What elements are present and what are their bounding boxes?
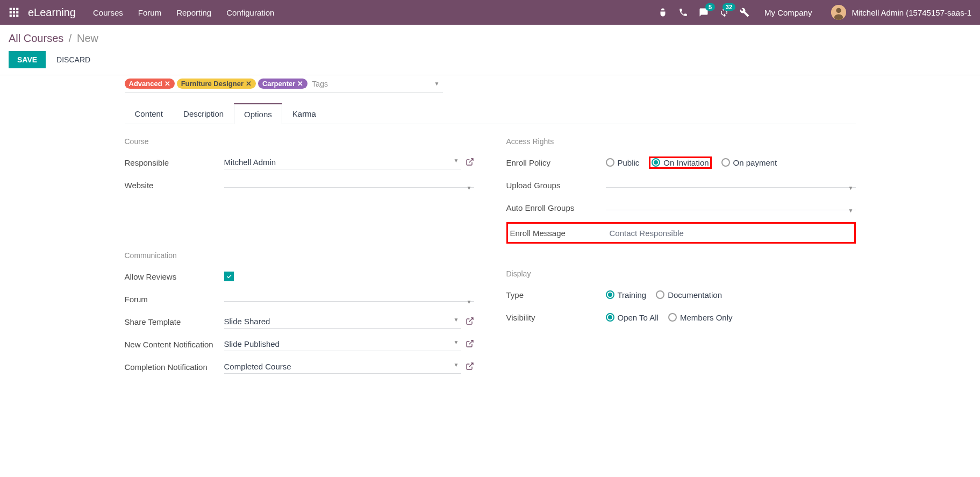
radio-icon (668, 313, 677, 322)
highlight-enroll-message: Enroll Message Contact Responsible (506, 222, 856, 244)
radio-on-payment[interactable]: On payment (721, 158, 777, 167)
website-label: Website (125, 181, 224, 190)
options-form: Course Responsible Mitchell Admin ▼ Webs… (125, 137, 856, 381)
svg-rect-6 (10, 15, 12, 17)
svg-rect-4 (13, 11, 15, 13)
enroll-message-value[interactable]: Contact Responsible (610, 229, 684, 238)
chevron-down-icon: ▼ (467, 299, 472, 305)
radio-label: Open To All (618, 313, 659, 322)
external-link-icon[interactable] (466, 339, 474, 350)
share-template-label: Share Template (125, 317, 224, 326)
chevron-down-icon[interactable]: ▼ (434, 81, 440, 87)
website-input[interactable]: ▼ (224, 183, 474, 188)
tools-icon[interactable] (740, 8, 749, 17)
nav-reporting[interactable]: Reporting (176, 8, 211, 17)
responsible-input[interactable]: Mitchell Admin ▼ (224, 155, 461, 169)
upload-groups-input[interactable]: ▼ (606, 183, 856, 188)
forum-row: Forum ▼ (125, 291, 474, 307)
upload-groups-label: Upload Groups (506, 181, 606, 190)
tab-content[interactable]: Content (125, 103, 174, 124)
breadcrumb-current: New (77, 32, 98, 44)
radio-label: Documentation (668, 290, 722, 300)
tab-options[interactable]: Options (234, 103, 282, 124)
radio-public[interactable]: Public (606, 158, 640, 167)
external-link-icon[interactable] (466, 317, 474, 327)
activities-icon[interactable]: 32 (719, 8, 729, 17)
chevron-down-icon: ▼ (467, 185, 472, 191)
enroll-message-label: Enroll Message (510, 229, 610, 238)
tag-remove-icon[interactable]: ✕ (164, 80, 170, 88)
radio-icon (721, 158, 730, 167)
nav-forum[interactable]: Forum (138, 8, 161, 17)
radio-icon (656, 290, 664, 299)
bug-icon[interactable] (658, 8, 668, 17)
discard-button[interactable]: DISCARD (52, 51, 95, 68)
tag-remove-icon[interactable]: ✕ (297, 80, 303, 88)
breadcrumb-separator: / (69, 32, 72, 44)
radio-label: On Invitation (663, 158, 709, 167)
type-label: Type (506, 290, 606, 300)
breadcrumb-link[interactable]: All Courses (9, 32, 63, 44)
breadcrumb: All Courses / New (9, 32, 971, 45)
forum-input[interactable]: ▼ (224, 297, 474, 302)
messages-icon[interactable]: 5 (699, 8, 709, 17)
responsible-value: Mitchell Admin (224, 158, 276, 167)
company-name[interactable]: My Company (764, 8, 812, 17)
new-content-input[interactable]: Slide Published ▼ (224, 337, 461, 351)
svg-rect-5 (16, 11, 18, 13)
section-title-display: Display (506, 269, 856, 278)
completion-label: Completion Notification (125, 362, 224, 372)
radio-label: Public (618, 158, 640, 167)
save-button[interactable]: SAVE (9, 51, 46, 68)
radio-on-invitation[interactable]: On Invitation (652, 158, 709, 167)
radio-label: Training (618, 290, 647, 300)
radio-members-only[interactable]: Members Only (668, 313, 733, 322)
tags-field[interactable]: Advanced ✕ Furniture Designer ✕ Carpente… (125, 75, 443, 92)
nav-systray: 5 32 My Company Mitchell Admin (15745157… (658, 5, 971, 20)
radio-open-to-all[interactable]: Open To All (606, 313, 659, 322)
app-name[interactable]: eLearning (28, 6, 76, 19)
auto-enroll-input[interactable]: ▼ (606, 205, 856, 210)
svg-rect-8 (16, 15, 18, 17)
messages-badge: 5 (705, 3, 715, 11)
completion-input[interactable]: Completed Course ▼ (224, 360, 461, 374)
user-menu[interactable]: Mitchell Admin (15745157-saas-1 (831, 5, 971, 20)
auto-enroll-label: Auto Enroll Groups (506, 203, 606, 212)
tag-advanced: Advanced ✕ (125, 79, 175, 89)
radio-icon (606, 158, 614, 167)
user-name: Mitchell Admin (15745157-saas-1 (852, 8, 971, 17)
nav-courses[interactable]: Courses (93, 8, 123, 17)
tag-remove-icon[interactable]: ✕ (246, 80, 252, 88)
section-title-access: Access Rights (506, 137, 856, 146)
allow-reviews-label: Allow Reviews (125, 272, 224, 281)
website-row: Website ▼ (125, 177, 474, 193)
share-template-input[interactable]: Slide Shared ▼ (224, 315, 461, 329)
activities-badge: 32 (723, 3, 735, 11)
allow-reviews-checkbox[interactable] (224, 272, 234, 281)
apps-menu-icon[interactable] (9, 7, 19, 18)
enroll-policy-label: Enroll Policy (506, 158, 606, 167)
completion-row: Completion Notification Completed Course… (125, 359, 474, 375)
section-title-communication: Communication (125, 251, 474, 260)
form-content: Advanced ✕ Furniture Designer ✕ Carpente… (114, 75, 867, 381)
new-content-row: New Content Notification Slide Published… (125, 336, 474, 352)
svg-rect-1 (13, 8, 15, 10)
tab-karma[interactable]: Karma (282, 103, 326, 124)
radio-checked-icon (606, 313, 614, 322)
nav-configuration[interactable]: Configuration (226, 8, 274, 17)
external-link-icon[interactable] (466, 158, 474, 168)
radio-documentation[interactable]: Documentation (656, 290, 722, 300)
phone-icon[interactable] (678, 8, 688, 17)
radio-training[interactable]: Training (606, 290, 647, 300)
visibility-label: Visibility (506, 313, 606, 322)
tab-description[interactable]: Description (173, 103, 234, 124)
svg-rect-3 (10, 11, 12, 13)
type-radio-group: Training Documentation (606, 290, 723, 300)
responsible-label: Responsible (125, 158, 224, 167)
share-template-row: Share Template Slide Shared ▼ (125, 314, 474, 330)
radio-checked-icon (606, 290, 614, 299)
external-link-icon[interactable] (466, 362, 474, 372)
radio-checked-icon (652, 158, 660, 167)
tags-placeholder: Tags (312, 80, 328, 88)
responsible-row: Responsible Mitchell Admin ▼ (125, 154, 474, 170)
